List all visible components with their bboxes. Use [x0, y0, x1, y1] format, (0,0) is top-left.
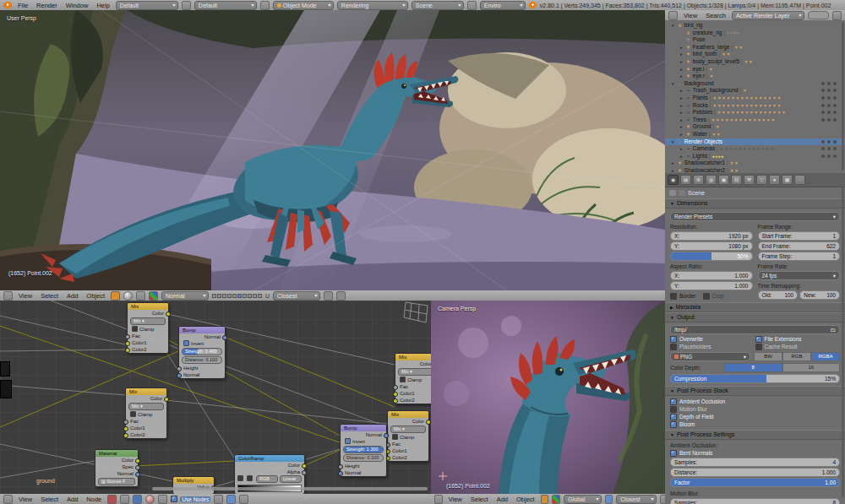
frame-rate-dropdown[interactable]: 24 fps▾	[758, 271, 841, 280]
cache-result-checkbox-row[interactable]: Cache Result	[755, 343, 841, 350]
scene-layout-dropdown[interactable]: Default	[194, 1, 257, 10]
visibility-icon[interactable]	[821, 89, 825, 92]
selectability-icon[interactable]	[827, 154, 831, 158]
outliner-item-eye-l[interactable]: ▸▼ eye.l | ▼	[665, 66, 845, 73]
checkbox[interactable]	[670, 398, 677, 405]
manipulator-icon[interactable]	[552, 495, 560, 504]
visibility-icon[interactable]	[821, 147, 825, 150]
filter-icon[interactable]	[832, 11, 842, 20]
snap-target-dropdown[interactable]: Closest	[273, 291, 320, 301]
border-checkbox-row[interactable]: Border	[670, 292, 696, 300]
checkbox[interactable]	[670, 414, 677, 420]
depth-16[interactable]: 16	[782, 363, 841, 372]
composite-nodes-icon[interactable]	[120, 495, 129, 504]
menu-file[interactable]: File	[15, 2, 30, 9]
visibility-icon[interactable]	[821, 154, 825, 158]
outliner-item-cameras[interactable]: ▸• Cameras | ▼▼▼▼▼▼▼▼▼▼▼▼	[665, 145, 845, 153]
view-menu[interactable]: View	[16, 496, 35, 503]
outliner-filter-dropdown[interactable]: Active Render Layer	[732, 11, 804, 20]
border-checkbox[interactable]	[670, 293, 677, 300]
panel-metadata[interactable]: ▶Metadata	[665, 302, 845, 312]
aspect-x-field[interactable]: X:1.000	[670, 271, 753, 280]
properties-scrollbar[interactable]	[842, 185, 844, 497]
selectability-icon[interactable]	[827, 89, 831, 92]
file-extensions-checkbox-row[interactable]: File Extensions	[755, 335, 841, 343]
outliner-view-menu[interactable]: View	[681, 12, 700, 19]
outliner-item-creature-rig[interactable]: ⋔ creature_rig | ⌁⌁⌁⌁	[665, 30, 845, 37]
outliner-item-eye-r[interactable]: ▸▼ eye.r | ▼	[665, 73, 845, 80]
pivot-point-icon[interactable]	[136, 291, 145, 301]
node-material[interactable]: MaterialColorSpecNormal◍ Stones F	[95, 449, 139, 487]
tab-world[interactable]: ◍	[706, 175, 717, 185]
node-mix-1[interactable]: MixColorMix ▾ClampFacColor1Color2	[127, 302, 169, 354]
renderability-icon[interactable]	[833, 89, 837, 92]
folder-icon[interactable]: 🗀	[831, 327, 837, 333]
selectability-icon[interactable]	[827, 104, 831, 107]
renderability-icon[interactable]	[833, 111, 837, 114]
node-mix-3[interactable]: MixColorMix ▾ClampFacColor1Color2	[395, 353, 431, 404]
snap-icon[interactable]	[214, 495, 223, 504]
renderability-icon[interactable]	[833, 140, 837, 144]
object-menu[interactable]: Object	[514, 496, 537, 503]
copy-icon[interactable]	[239, 495, 248, 504]
menu-window[interactable]: Window	[63, 2, 91, 9]
panel-post-process-stack[interactable]: ▼Post Process Stack	[665, 386, 845, 396]
mode-icon[interactable]	[541, 495, 549, 504]
tab-material[interactable]: ●	[769, 175, 780, 185]
snap-magnet-icon[interactable]	[605, 495, 613, 504]
selectability-icon[interactable]	[827, 96, 831, 100]
new-scene-button[interactable]	[467, 1, 477, 10]
outliner-item-plants[interactable]: ▸• Plants | ▼▼▼▼▼▼▼▼▼▼▼▼▼▼▼	[665, 95, 845, 102]
panel-output[interactable]: ▼Output	[665, 312, 845, 322]
visibility-icon[interactable]	[821, 104, 825, 107]
add-scene-button[interactable]	[260, 1, 270, 10]
select-menu[interactable]: Select	[38, 292, 61, 300]
material-datablock[interactable]: ◍ Stones F	[98, 478, 135, 485]
render-opengl-icon[interactable]	[324, 291, 333, 301]
texture-nodes-icon[interactable]	[133, 495, 142, 504]
shading-dropdown[interactable]: Rendering	[337, 1, 408, 10]
editor-type-icon[interactable]	[668, 11, 678, 20]
outliner-item-rocks[interactable]: ▸• Rocks | ▼▼▼▼▼▼▼▼▼▼▼▼▼▼▼	[665, 102, 845, 110]
stack-motion-blur[interactable]: Motion Blur	[670, 405, 840, 413]
stack-depth-of-field[interactable]: Depth of Field	[670, 413, 840, 420]
outliner-scrollbar[interactable]	[842, 22, 844, 171]
mode-dropdown[interactable]: Object Mode	[273, 1, 334, 10]
ao-samples-field[interactable]: Samples:4	[670, 458, 840, 467]
panel-post-process-settings[interactable]: ▼Post Process Settings	[665, 430, 845, 440]
outliner-item-ground[interactable]: ▸▼ Ground | ▼	[665, 123, 845, 131]
selectability-icon[interactable]	[827, 140, 831, 144]
editor-type-icon[interactable]	[3, 291, 13, 301]
outliner-search-menu[interactable]: Search	[703, 12, 728, 19]
screen-layout-dropdown[interactable]: Default	[116, 1, 178, 10]
resolution-y-field[interactable]: Y:1080 px	[670, 241, 753, 251]
manipulator-icon[interactable]	[149, 291, 158, 301]
render-presets-dropdown[interactable]: Render Presets▾	[670, 212, 840, 221]
renderability-icon[interactable]	[833, 154, 837, 158]
node-bump-2[interactable]: BumpNormalInvertStrength: 1.300Distance:…	[340, 424, 387, 477]
outliner-item-shadowcatcher2[interactable]: ▸▼ Shadowcatcher2 | ▼▼	[665, 167, 845, 173]
node-editor-scrollbar[interactable]	[152, 487, 428, 490]
outliner-item-body-sculpt-level5[interactable]: ▸▼ body_sculpt_level5 | ▼▼	[665, 58, 845, 66]
remap-old-field[interactable]: Old:100	[758, 290, 799, 300]
select-menu[interactable]: Select	[38, 496, 61, 503]
selectability-icon[interactable]	[827, 118, 831, 122]
visibility-icon[interactable]	[821, 118, 825, 122]
renderability-icon[interactable]	[833, 82, 837, 85]
material-icon[interactable]	[145, 495, 155, 504]
visibility-icon[interactable]	[821, 111, 825, 114]
view-menu[interactable]: View	[446, 496, 465, 503]
bent-normals-checkbox-row[interactable]: Bent Normals	[670, 449, 840, 457]
end-frame-field[interactable]: End Frame:622	[758, 241, 841, 251]
overwrite-checkbox-row[interactable]: Overwrite	[670, 335, 755, 343]
renderability-icon[interactable]	[833, 96, 837, 100]
node-editor[interactable]: MixColorMix ▾ClampFacColor1Color2BumpNor…	[0, 301, 431, 494]
node-multiply[interactable]: MultiplyValue	[172, 476, 215, 494]
tab-render-layers[interactable]: ▤	[680, 175, 691, 185]
visibility-icon[interactable]	[821, 96, 825, 100]
renderability-icon[interactable]	[833, 147, 837, 150]
tab-object[interactable]: ▣	[718, 175, 729, 185]
pin-icon[interactable]	[226, 495, 236, 504]
outliner-search-input[interactable]	[808, 11, 829, 19]
tab-scene[interactable]: ⚙	[693, 175, 704, 185]
